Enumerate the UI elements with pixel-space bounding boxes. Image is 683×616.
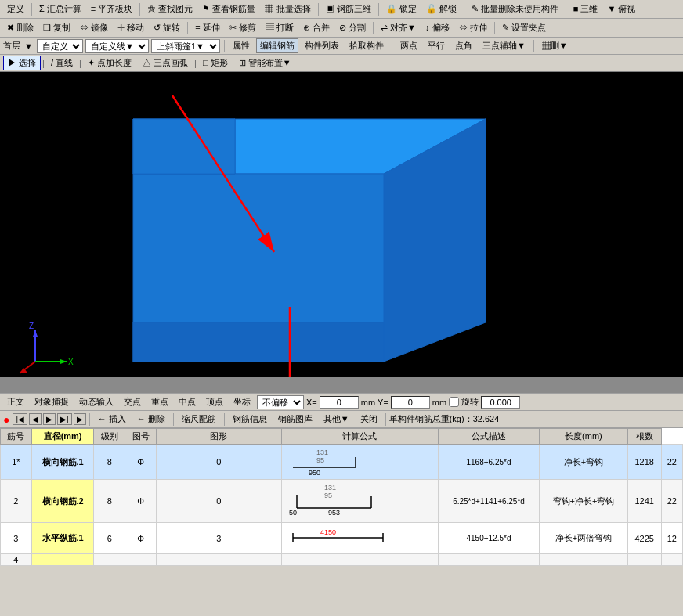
del-part-btn[interactable]: ▦删▼ xyxy=(538,38,572,53)
select-btn[interactable]: ▶ 选择 xyxy=(3,56,41,70)
rotate-input[interactable] xyxy=(481,396,520,409)
rebar-3d-btn[interactable]: ▣ 钢筋三维 xyxy=(322,2,375,16)
cell-name-1: 横向钢筋.1 xyxy=(31,445,94,480)
sep1 xyxy=(31,3,32,16)
batch-delete-btn[interactable]: ✎ 批量删除未使用构件 xyxy=(468,2,562,16)
property-btn[interactable]: 属性 xyxy=(229,38,254,53)
svg-text:X: X xyxy=(68,358,74,366)
cell-shape-1: 131 95 950 xyxy=(281,445,438,480)
sep9 xyxy=(494,22,495,34)
vertex-btn[interactable]: 顶点 xyxy=(202,394,227,409)
cell-diam-1: 8 xyxy=(94,445,125,480)
nav-first-btn[interactable]: |◀ xyxy=(13,413,27,425)
rebar-info-btn[interactable]: 钢筋信息 xyxy=(228,412,272,427)
text-mode-btn[interactable]: 正文 xyxy=(3,394,28,409)
cell-count-1: 22 xyxy=(661,445,682,480)
batch-select-btn[interactable]: ▦ 批量选择 xyxy=(261,2,314,16)
shape-svg-1: 131 95 950 xyxy=(285,445,379,477)
y-input[interactable] xyxy=(391,396,430,409)
two-point-btn[interactable]: 两点 xyxy=(396,38,421,53)
intersection-btn[interactable]: 交点 xyxy=(120,394,145,409)
find-btn[interactable]: ⛤ 查找图元 xyxy=(143,2,197,16)
nav-next-btn[interactable]: ▶| xyxy=(57,413,72,425)
center-btn[interactable]: 中点 xyxy=(175,394,200,409)
svg-text:131: 131 xyxy=(316,448,328,456)
table-row[interactable]: 2 横向钢筋.2 8 Φ 0 131 95 50 953 xyxy=(1,480,683,523)
sep16 xyxy=(385,413,386,426)
nav-prev-btn[interactable]: ◀ xyxy=(29,413,42,425)
unlock-btn[interactable]: 🔓 解锁 xyxy=(422,2,461,16)
cell-figno-1: 0 xyxy=(156,445,281,480)
offset-select[interactable]: 不偏移▼ xyxy=(257,395,304,409)
cell-id-1: 1* xyxy=(1,445,32,480)
point-angle-btn[interactable]: 点角 xyxy=(451,38,476,53)
del-rebar-btn[interactable]: ← 删除 xyxy=(132,412,170,427)
smart-layout-btn[interactable]: ⊞ 智能布置▼ xyxy=(234,56,296,70)
rotate-checkbox[interactable] xyxy=(449,397,459,407)
close-btn[interactable]: 关闭 xyxy=(356,412,382,427)
table-row[interactable]: 3 水平纵筋.1 6 Φ 3 4150 4150+12.5*d 净长+ xyxy=(1,523,683,554)
offset-btn[interactable]: ↕ 偏移 xyxy=(421,20,454,35)
rect-btn[interactable]: □ 矩形 xyxy=(198,56,233,70)
part-list-btn[interactable]: 构件列表 xyxy=(301,38,343,53)
table-row[interactable]: 1* 横向钢筋.1 8 Φ 0 131 95 950 xyxy=(1,445,683,480)
dynamic-input-btn[interactable]: 动态输入 xyxy=(75,394,117,409)
pick-part-btn[interactable]: 拾取构件 xyxy=(345,38,388,53)
midpoint-btn[interactable]: 重点 xyxy=(147,394,172,409)
x-input[interactable] xyxy=(320,396,359,409)
split-btn[interactable]: ⊘ 分割 xyxy=(335,20,370,35)
align-btn[interactable]: ≡ 平齐板块 xyxy=(87,2,136,16)
cell-shape-4 xyxy=(281,554,438,566)
cell-shape-3: 4150 xyxy=(281,523,438,554)
rotate-btn[interactable]: ↺ 旋转 xyxy=(150,20,184,35)
line-btn[interactable]: / 直线 xyxy=(46,56,78,70)
view-rebar-btn[interactable]: ⚑ 查看钢筋量 xyxy=(198,2,259,16)
slope-select[interactable]: 上斜雨篷1▼ xyxy=(151,39,220,53)
define-btn[interactable]: 定义 xyxy=(3,2,28,16)
cell-diam-3: 6 xyxy=(94,523,125,554)
draw-row: ▶ 选择 | / 直线 | ✦ 点加长度 △ 三点画弧 | □ 矩形 ⊞ 智能布… xyxy=(0,55,683,72)
trim-btn[interactable]: ✂ 修剪 xyxy=(226,20,260,35)
coord-btn[interactable]: 坐标 xyxy=(229,394,255,409)
cell-figno-3: 3 xyxy=(156,523,281,554)
y-unit: mm xyxy=(432,398,446,407)
move-btn[interactable]: ✛ 移动 xyxy=(114,20,148,35)
sigma-btn[interactable]: Σ 汇总计算 xyxy=(35,2,85,16)
nav-end-btn[interactable]: ▶ xyxy=(74,413,86,425)
top-view-btn[interactable]: ▼ 俯视 xyxy=(603,2,639,16)
merge-btn[interactable]: ⊕ 合并 xyxy=(299,20,334,35)
mirror-btn[interactable]: ⇔ 镜像 xyxy=(76,20,112,35)
svg-marker-11 xyxy=(33,330,38,337)
svg-marker-5 xyxy=(133,119,235,174)
line-select[interactable]: 自定义线▼ xyxy=(85,39,149,53)
nav-play-btn[interactable]: ▶ xyxy=(43,413,56,425)
other-btn[interactable]: 其他▼ xyxy=(319,412,354,427)
cell-desc-1: 净长+弯钩 xyxy=(540,445,628,480)
table-row[interactable]: 4 xyxy=(1,554,683,566)
break-btn[interactable]: ▤ 打断 xyxy=(262,20,298,35)
insert-btn[interactable]: ← 插入 xyxy=(93,412,131,427)
extend-btn[interactable]: = 延伸 xyxy=(191,20,223,35)
lock-btn[interactable]: 🔒 锁定 xyxy=(382,2,421,16)
align-btn2[interactable]: ⇌ 对齐▼ xyxy=(377,20,420,35)
sep12 xyxy=(533,40,534,52)
cell-count-3: 12 xyxy=(661,523,682,554)
custom-select[interactable]: 自定义 xyxy=(37,39,83,53)
copy-btn[interactable]: ❑ 复制 xyxy=(39,20,74,35)
shape-svg-2: 131 95 50 953 xyxy=(285,481,387,520)
rebar-table: 筋号 直径(mm) 级别 图号 图形 计算公式 公式描述 长度(mm) 根数 1… xyxy=(0,428,683,566)
three-point-btn[interactable]: 三点辅轴▼ xyxy=(479,38,529,53)
sep11 xyxy=(392,40,392,52)
edit-rebar-btn[interactable]: 编辑钢筋 xyxy=(256,38,298,53)
arc-btn[interactable]: △ 三点画弧 xyxy=(138,56,193,70)
point-length-btn[interactable]: ✦ 点加长度 xyxy=(83,56,136,70)
stretch-btn[interactable]: ⇔ 拉伸 xyxy=(455,20,491,35)
rebar-diagram-btn[interactable]: 钢筋图库 xyxy=(273,412,317,427)
snap-btn[interactable]: 对象捕捉 xyxy=(31,394,73,409)
cell-count-4 xyxy=(661,554,682,566)
delete-btn[interactable]: ✖ 删除 xyxy=(3,20,38,35)
parallel-btn[interactable]: 平行 xyxy=(424,38,449,53)
scale-btn[interactable]: 缩尺配筋 xyxy=(177,412,221,427)
3d-btn[interactable]: ■ 三维 xyxy=(569,2,602,16)
setgrip-btn[interactable]: ✎ 设置夹点 xyxy=(498,20,550,35)
